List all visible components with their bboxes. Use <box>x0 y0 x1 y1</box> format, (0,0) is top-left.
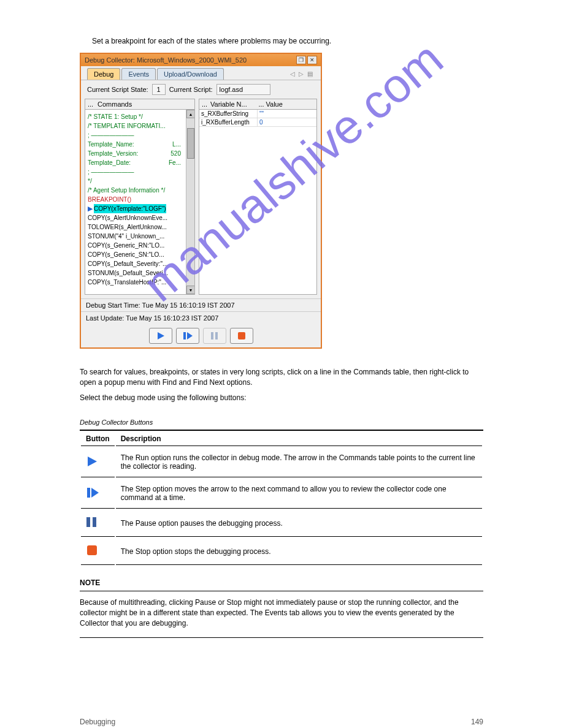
var-name: s_RXBufferString <box>199 110 258 118</box>
var-name: i_RXBufferLength <box>199 118 258 126</box>
stop-icon <box>86 544 98 558</box>
intro-text-2: Select the debug mode using the followin… <box>80 393 483 403</box>
variables-table[interactable]: s_RXBufferString "" i_RXBufferLength 0 <box>199 110 316 127</box>
state-label: Current Script State: <box>87 86 148 93</box>
col-desc: Description <box>116 432 482 446</box>
run-button[interactable] <box>149 328 172 344</box>
svg-rect-5 <box>238 332 245 339</box>
svg-marker-0 <box>158 332 164 339</box>
svg-marker-2 <box>187 332 193 339</box>
footer-left: Debugging <box>80 718 115 726</box>
last-update: Last Update: Tue May 15 16:10:23 IST 200… <box>81 311 321 324</box>
script-label: Current Script: <box>169 86 213 93</box>
commands-list[interactable]: /* STATE 1: Setup */ /* TEMPLATE INFORMA… <box>85 110 194 289</box>
tab-upload[interactable]: Upload/Download <box>157 68 224 80</box>
table-caption: Debug Collector Buttons <box>80 415 483 430</box>
page-footer: Debugging 149 <box>0 693 563 728</box>
note-body: Because of multithreading, clicking Paus… <box>80 597 483 628</box>
svg-rect-4 <box>215 332 218 339</box>
script-input <box>216 84 270 95</box>
svg-marker-8 <box>91 488 99 498</box>
var-value-header: Value <box>266 100 315 108</box>
step-button[interactable] <box>176 328 199 344</box>
variables-panel: ... Variable N... ... Value s_RXBufferSt… <box>199 99 317 295</box>
stop-button[interactable] <box>230 328 253 344</box>
tab-prev-icon[interactable]: ◁ <box>288 70 297 77</box>
commands-scrollbar[interactable]: ▲ ▼ <box>186 110 194 294</box>
pause-icon <box>86 516 97 530</box>
run-desc: The Run option runs the collector in deb… <box>116 447 482 477</box>
svg-rect-3 <box>211 332 213 339</box>
svg-rect-1 <box>183 332 186 339</box>
pause-button[interactable] <box>203 328 226 344</box>
stop-desc: The Stop option stops the debugging proc… <box>116 538 482 565</box>
col-button: Button <box>81 432 115 446</box>
commands-header: Commands <box>98 100 192 108</box>
svg-rect-10 <box>93 517 96 527</box>
state-input <box>152 84 166 95</box>
svg-rect-7 <box>87 488 90 498</box>
close-button[interactable]: ✕ <box>307 56 317 64</box>
commands-panel: ...Commands /* STATE 1: Setup */ /* TEMP… <box>85 99 195 295</box>
header-note: Set a breakpoint for each of the states … <box>80 37 483 45</box>
var-value: 0 <box>258 118 316 126</box>
titlebar: Debug Collector: Microsoft_Windows_2000_… <box>81 54 321 66</box>
tab-list-icon[interactable]: ▤ <box>305 70 315 77</box>
var-name-header: Variable N... <box>210 100 259 108</box>
debug-start-time: Debug Start Time: Tue May 15 16:10:19 IS… <box>81 298 321 311</box>
var-value: "" <box>258 110 316 118</box>
footer-right: 149 <box>471 718 483 726</box>
breakpoint-line: BREAKPOINT() <box>85 195 194 204</box>
step-icon <box>86 487 99 501</box>
window-title: Debug Collector: Microsoft_Windows_2000_… <box>85 56 296 64</box>
tab-events[interactable]: Events <box>121 68 156 80</box>
pause-desc: The Pause option pauses the debugging pr… <box>116 510 482 537</box>
svg-rect-11 <box>87 545 97 555</box>
run-icon <box>86 455 98 469</box>
debug-buttons-table: Debug Collector Buttons Button Descripti… <box>80 415 483 566</box>
debug-collector-window: Debug Collector: Microsoft_Windows_2000_… <box>80 53 322 349</box>
tab-next-icon[interactable]: ▷ <box>297 70 305 77</box>
tab-bar: Debug Events Upload/Download ◁ ▷ ▤ <box>81 66 321 80</box>
intro-text-1: To search for values, breakpoints, or st… <box>80 367 483 388</box>
step-desc: The Step option moves the arrow to the n… <box>116 479 482 509</box>
maximize-button[interactable]: ❐ <box>296 56 306 64</box>
current-line: ▶ COPY(xTemplate:"LOGF") <box>85 204 194 213</box>
tab-debug[interactable]: Debug <box>87 68 120 80</box>
note-heading: NOTE <box>80 578 483 587</box>
svg-rect-9 <box>86 517 90 527</box>
current-arrow-icon: ▶ <box>88 204 93 213</box>
svg-marker-6 <box>88 457 97 466</box>
state-bar: Current Script State: Current Script: <box>81 80 321 99</box>
